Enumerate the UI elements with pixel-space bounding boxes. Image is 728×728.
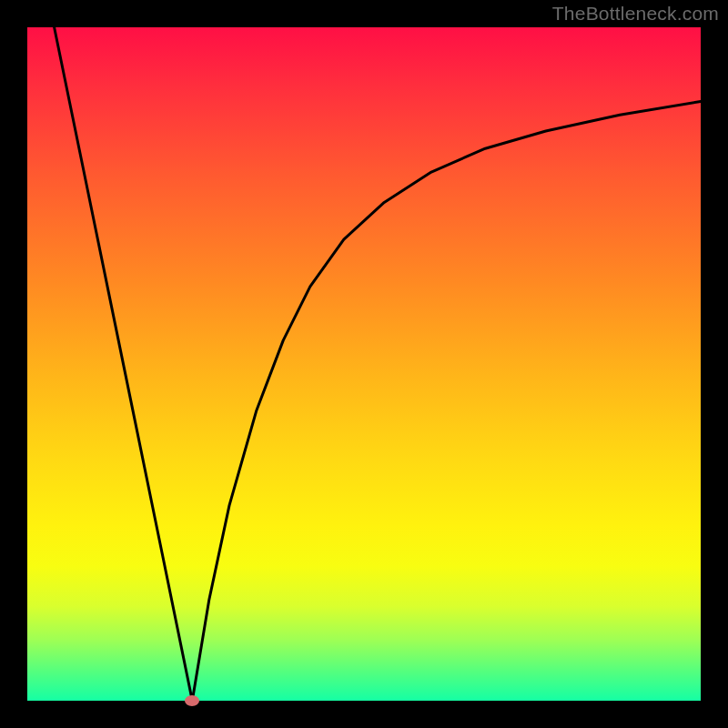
watermark-text: TheBottleneck.com (552, 3, 719, 25)
curve-layer (0, 0, 728, 728)
chart-frame: TheBottleneck.com (0, 0, 728, 728)
bottleneck-curve (55, 27, 701, 701)
minimum-marker (185, 695, 199, 706)
